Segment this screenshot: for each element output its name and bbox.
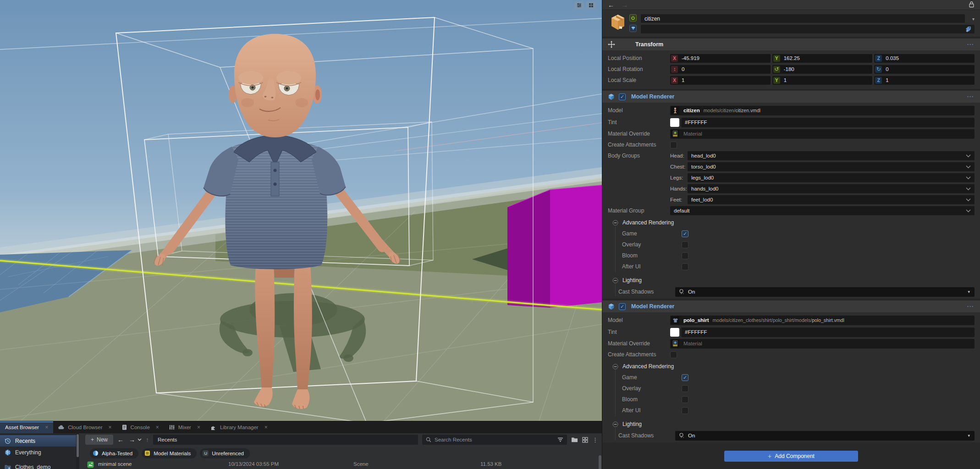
sidebar-item-recents[interactable]: Recents xyxy=(0,435,76,447)
advanced-rendering-header[interactable]: Advanced Rendering xyxy=(602,217,980,228)
bloom-checkbox[interactable] xyxy=(682,396,688,403)
model-asset-field[interactable]: polo_shirt models/citizen_clothes/shirt/… xyxy=(670,316,974,325)
viewport-layout-button[interactable] xyxy=(586,1,596,9)
sidebar-item-clothes-demo[interactable]: Clothes_demo xyxy=(0,461,76,469)
model-asset-field[interactable]: citizen models/citizen/citizen.vmdl xyxy=(670,106,974,115)
lighting-header[interactable]: Lighting xyxy=(602,419,980,430)
bloom-checkbox[interactable] xyxy=(682,252,688,259)
axis-z-badge: Z xyxy=(875,55,882,62)
scale-z-field[interactable]: Z 1 xyxy=(874,76,974,85)
component-enabled-checkbox[interactable]: ✓ xyxy=(619,303,626,310)
component-menu-button[interactable]: ⋯ xyxy=(967,94,974,99)
scale-y-field[interactable]: Y 1 xyxy=(772,76,873,85)
tab-cloud-browser[interactable]: Cloud Browser × xyxy=(53,421,116,433)
bodygroup-feet-dropdown[interactable]: feet_lod0 xyxy=(688,195,974,204)
game-checkbox[interactable]: ✓ xyxy=(682,230,688,237)
scale-x-field[interactable]: X 1 xyxy=(670,76,771,85)
component-enabled-checkbox[interactable]: ✓ xyxy=(619,93,626,100)
filter-chip-alpha-tested[interactable]: Alpha-Tested xyxy=(90,448,138,458)
entity-enabled-toggle[interactable] xyxy=(629,14,637,22)
nav-back-button[interactable]: ← xyxy=(117,436,124,443)
close-tab-icon[interactable]: × xyxy=(45,424,48,431)
filter-icon[interactable] xyxy=(557,437,563,442)
nav-forward-button[interactable]: → xyxy=(129,436,135,443)
rotation-pitch-field[interactable]: ↕ 0 xyxy=(670,65,771,74)
asset-list-scrollbar[interactable] xyxy=(599,449,601,469)
inspector-footer: + Add Component xyxy=(602,442,980,469)
lighting-section: Lighting Cast Shadows On ▾ xyxy=(602,275,980,299)
tab-asset-browser[interactable]: Asset Browser × xyxy=(0,421,53,433)
after-ui-checkbox[interactable] xyxy=(682,263,688,270)
material-override-field[interactable]: Material xyxy=(670,339,974,349)
position-x-field[interactable]: X -45.919 xyxy=(670,54,771,63)
model-renderer-1-header[interactable]: ✓ Model Renderer ⋯ xyxy=(602,91,980,103)
nav-back-button[interactable]: ← xyxy=(608,1,614,9)
tint-hex-field[interactable]: #FFFFFF xyxy=(681,118,974,127)
lock-inspector-button[interactable] xyxy=(969,1,974,9)
close-tab-icon[interactable]: × xyxy=(156,424,159,431)
asset-type: Scene xyxy=(353,461,369,467)
cast-shadows-dropdown[interactable]: On ▾ xyxy=(675,431,974,441)
entity-name-input[interactable] xyxy=(641,14,965,23)
close-tab-icon[interactable]: × xyxy=(264,424,268,431)
position-y-field[interactable]: Y 162.25 xyxy=(772,54,873,63)
component-title: Model Renderer xyxy=(631,303,674,310)
local-rotation-label: Local Rotation xyxy=(608,66,670,72)
filter-chip-unreferenced[interactable]: U Unreferenced xyxy=(200,448,250,458)
sidebar-item-everything[interactable]: Everything xyxy=(0,447,76,458)
new-asset-button[interactable]: + New xyxy=(85,435,113,445)
breadcrumb[interactable]: Recents xyxy=(153,435,418,445)
tab-console[interactable]: Console × xyxy=(117,421,164,433)
inspector-panel: ← → xyxy=(602,0,980,469)
viewport-stats-button[interactable] xyxy=(574,1,584,9)
tint-color-swatch[interactable] xyxy=(670,118,679,127)
nav-up-button[interactable]: ↑ xyxy=(146,436,149,443)
game-row: Game ✓ xyxy=(602,228,980,239)
overlay-checkbox[interactable] xyxy=(682,241,688,248)
entity-name-dropdown-icon[interactable]: ▾ xyxy=(972,16,974,22)
tint-hex-field[interactable]: #FFFFFF xyxy=(681,327,974,337)
close-tab-icon[interactable]: × xyxy=(109,424,112,431)
add-component-button[interactable]: + Add Component xyxy=(724,451,858,462)
create-attachments-checkbox[interactable] xyxy=(670,351,677,358)
scene-viewport[interactable] xyxy=(0,0,602,421)
create-attachments-checkbox[interactable] xyxy=(670,142,677,148)
folder-view-icon[interactable] xyxy=(571,437,578,442)
game-checkbox[interactable]: ✓ xyxy=(682,374,688,381)
lighting-header[interactable]: Lighting xyxy=(602,275,980,286)
bodygroup-hands-dropdown[interactable]: hands_lod0 xyxy=(688,184,974,193)
transform-section-header[interactable]: Transform ⋯ xyxy=(602,38,980,50)
bodygroup-head-dropdown[interactable]: head_lod0 xyxy=(688,151,974,160)
history-dropdown-icon[interactable] xyxy=(138,438,142,441)
component-menu-button[interactable]: ⋯ xyxy=(967,304,974,309)
advanced-rendering-header[interactable]: Advanced Rendering xyxy=(602,361,980,372)
asset-name: minimal scene xyxy=(98,461,132,467)
entity-tags-input[interactable] xyxy=(641,25,974,33)
rotation-yaw-field[interactable]: ↺ -180 xyxy=(772,65,873,74)
material-override-field[interactable]: Material xyxy=(670,129,974,139)
transform-menu-button[interactable]: ⋯ xyxy=(967,42,974,47)
position-z-field[interactable]: Z 0.035 xyxy=(874,54,974,63)
asset-list-row[interactable]: minimal scene 10/13/2024 03:55 PM Scene … xyxy=(79,460,602,469)
bodygroup-legs-dropdown[interactable]: legs_lod0 xyxy=(688,173,974,182)
model-renderer-2-header[interactable]: ✓ Model Renderer ⋯ xyxy=(602,300,980,312)
rotation-roll-field[interactable]: ↻ 0 xyxy=(874,65,974,74)
nav-forward-button[interactable]: → xyxy=(622,1,628,9)
after-ui-checkbox[interactable] xyxy=(682,407,688,414)
more-options-button[interactable]: ⋮ xyxy=(592,436,598,443)
close-tab-icon[interactable]: × xyxy=(197,424,200,431)
entity-visibility-toggle[interactable] xyxy=(629,25,637,32)
bodygroup-row: Feet: feet_lod0 xyxy=(602,194,980,205)
cast-shadows-dropdown[interactable]: On ▾ xyxy=(675,287,974,297)
material-group-dropdown[interactable]: default xyxy=(670,206,974,215)
overlay-checkbox[interactable] xyxy=(682,385,688,392)
sidebar-scrollbar[interactable] xyxy=(76,433,79,469)
search-input[interactable]: Search Recents xyxy=(422,435,567,445)
grid-view-icon[interactable] xyxy=(582,437,588,443)
tab-library-manager[interactable]: Library Manager × xyxy=(205,421,273,433)
filter-chip-model-materials[interactable]: Model Materials xyxy=(142,448,197,458)
add-tag-icon[interactable] xyxy=(965,26,972,33)
tab-mixer[interactable]: Mixer × xyxy=(164,421,205,433)
tint-color-swatch[interactable] xyxy=(670,328,679,337)
bodygroup-chest-dropdown[interactable]: torso_lod0 xyxy=(688,162,974,171)
